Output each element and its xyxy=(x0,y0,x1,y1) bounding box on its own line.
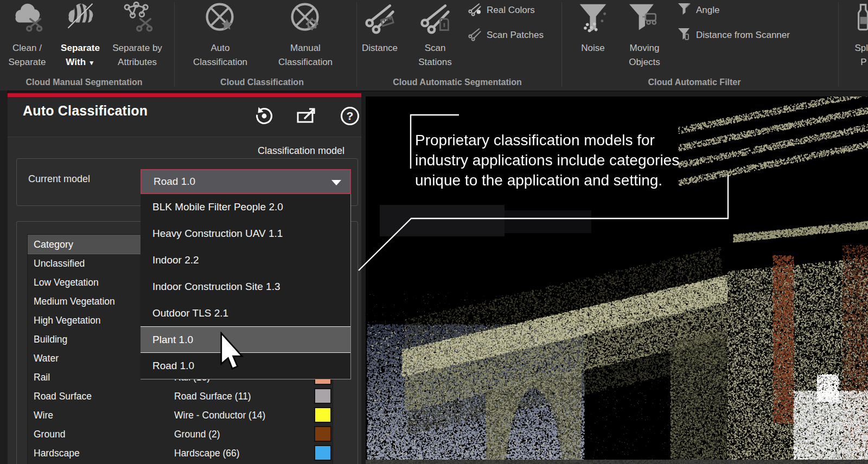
current-model-select[interactable]: Road 1.0 xyxy=(141,169,351,194)
panel-accent-bar xyxy=(8,93,361,97)
panel-title: Auto Classification xyxy=(23,103,148,119)
ribbon-group-title: Cloud Automatic Filter xyxy=(648,78,741,87)
ribbon-button-label: ScanStations xyxy=(418,41,451,69)
ribbon-button-label: Clean /Separate xyxy=(9,41,46,69)
ribbon-button-label: AutoClassification xyxy=(193,41,247,69)
dropdown-item-indoor-construction-site-1-3[interactable]: Indoor Construction Site 1.3 xyxy=(141,274,350,300)
category-name: Medium Vegetation xyxy=(34,292,115,311)
svg-text:?: ? xyxy=(347,109,354,122)
callout-line: industry applications include categories xyxy=(415,150,732,170)
auto-classification-panel: Auto Classification ? Classification mod… xyxy=(8,93,361,464)
category-value: Road Surface (11) xyxy=(174,387,251,406)
header-separator xyxy=(8,137,361,137)
ribbon-button-label: MovingObjects xyxy=(629,41,660,69)
category-name: Wire xyxy=(34,406,53,425)
ribbon-group-title: Cloud Classification xyxy=(220,78,304,87)
category-name: Unclassified xyxy=(34,254,85,273)
funnel-scanner-icon xyxy=(677,27,691,43)
ribbon-button-split[interactable]: SplitP xyxy=(826,0,868,76)
category-name: Hardscape xyxy=(34,444,80,463)
dropdown-item-heavy-construction-uav-1-1[interactable]: Heavy Construction UAV 1.1 xyxy=(141,221,350,247)
category-name: Building xyxy=(34,330,67,349)
dropdown-item-indoor-2-2[interactable]: Indoor 2.2 xyxy=(141,247,350,274)
category-name: High Vegetation xyxy=(34,311,101,330)
bottle-icon xyxy=(847,2,868,36)
network-scissors-icon xyxy=(121,2,154,36)
pie-star-icon xyxy=(204,2,237,36)
ribbon-button-separate-by-attributes[interactable]: Separate byAttributes xyxy=(99,0,175,76)
callout-line: Proprietary classification models for xyxy=(415,130,732,150)
funnel-pencil-icon xyxy=(677,2,691,18)
help-icon[interactable]: ? xyxy=(339,105,361,127)
ribbon-button-moving-objects[interactable]: MovingObjects xyxy=(607,0,682,76)
callout-line: unique to the application and setting. xyxy=(415,170,732,190)
dropdown-item-plant-1-0[interactable]: Plant 1.0 xyxy=(141,326,350,353)
category-row-road-surface[interactable]: Road SurfaceRoad Surface (11) xyxy=(28,387,333,406)
scissors-small-icon xyxy=(468,27,482,43)
chevron-down-icon: ▼ xyxy=(88,59,95,67)
category-row-wire[interactable]: WireWire - Conductor (14) xyxy=(28,406,333,425)
category-color-swatch[interactable] xyxy=(314,407,331,423)
ribbon-small-label: Angle xyxy=(696,5,719,16)
ribbon-button-label: SplitP xyxy=(854,41,868,69)
ribbon-button-angle[interactable]: Angle xyxy=(677,1,719,20)
cloud-stripes-icon xyxy=(64,2,97,36)
ribbon-button-label: ManualClassification xyxy=(278,41,333,69)
current-model-label: Current model xyxy=(28,173,90,185)
ribbon-button-label: Distance xyxy=(362,41,398,55)
ribbon-button-manual-classification[interactable]: ManualClassification xyxy=(267,0,343,76)
category-color-swatch[interactable] xyxy=(314,426,331,442)
left-gutter xyxy=(0,91,8,464)
dropdown-item-blk-mobile-filter-people-2-0[interactable]: BLK Mobile Filter People 2.0 xyxy=(141,194,350,221)
ribbon-small-label: Scan Patches xyxy=(487,30,544,41)
ribbon-button-scan-patches[interactable]: Scan Patches xyxy=(468,26,544,44)
ribbon-button-auto-classification[interactable]: AutoClassification xyxy=(182,0,258,76)
application-window: Clean /SeparateSeparateWith ▼Separate by… xyxy=(0,0,868,464)
ribbon-toolbar: Clean /SeparateSeparateWith ▼Separate by… xyxy=(0,0,868,92)
category-row-hardscape[interactable]: HardscapeHardscape (66) xyxy=(28,444,333,463)
model-dropdown-list: BLK Mobile Filter People 2.0Heavy Constr… xyxy=(141,194,351,379)
classification-model-label: Classification model xyxy=(255,145,347,157)
ribbon-button-scan-stations[interactable]: ScanStations xyxy=(397,0,473,76)
category-value: Wire - Conductor (14) xyxy=(174,406,265,425)
ribbon-small-label: Distance from Scanner xyxy=(696,30,790,41)
category-value: Ground (2) xyxy=(174,425,220,444)
category-color-swatch[interactable] xyxy=(314,388,331,404)
popout-icon[interactable] xyxy=(295,105,318,127)
current-model-value: Road 1.0 xyxy=(154,176,195,187)
ribbon-small-label: Real Colors xyxy=(487,5,535,16)
reset-icon[interactable] xyxy=(253,105,276,127)
scissors-ball-icon xyxy=(468,2,482,18)
mouse-cursor xyxy=(219,332,244,373)
chevron-down-icon xyxy=(331,180,341,185)
ribbon-button-real-colors[interactable]: Real Colors xyxy=(468,1,535,20)
category-name: Road Surface xyxy=(34,387,92,406)
ribbon-button-label: SeparateWith ▼ xyxy=(61,41,100,70)
ribbon-group-title: Cloud Automatic Segmentation xyxy=(393,78,522,87)
scissors-ruler-icon xyxy=(363,2,396,36)
dropdown-item-road-1-0[interactable]: Road 1.0 xyxy=(141,353,350,379)
callout-text: Proprietary classification models for in… xyxy=(415,130,732,190)
category-name: Rail xyxy=(34,368,50,387)
scissors-doc-icon xyxy=(419,2,451,36)
ribbon-button-label: Separate byAttributes xyxy=(112,41,162,69)
category-name: Water xyxy=(34,349,59,368)
funnel-truck-icon xyxy=(628,2,661,36)
category-row-ground[interactable]: GroundGround (2) xyxy=(28,425,333,444)
pie-gear-icon xyxy=(289,2,322,36)
funnel-dots-icon xyxy=(577,2,609,36)
dropdown-item-outdoor-tls-2-1[interactable]: Outdoor TLS 2.1 xyxy=(141,300,350,326)
ribbon-button-distance-from-scanner[interactable]: Distance from Scanner xyxy=(677,26,790,44)
ribbon-button-label: Noise xyxy=(581,41,604,55)
cloud-scissors-icon xyxy=(11,2,43,36)
category-name: Ground xyxy=(34,425,65,444)
category-color-swatch[interactable] xyxy=(314,445,331,461)
category-value: Hardscape (66) xyxy=(174,444,240,463)
ribbon-group-title: Cloud Manual Segmentation xyxy=(25,78,142,87)
category-name: Low Vegetation xyxy=(34,273,99,292)
